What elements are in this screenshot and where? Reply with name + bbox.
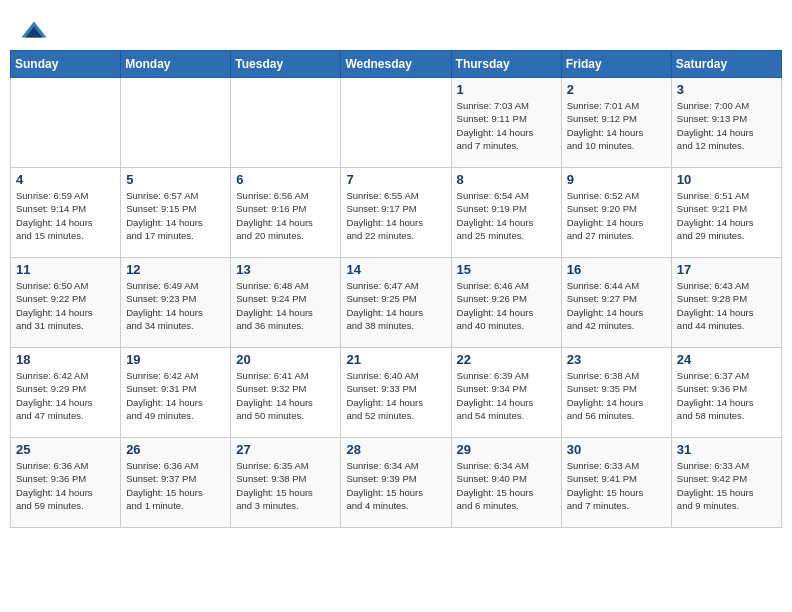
day-number: 12: [126, 262, 225, 277]
day-number: 16: [567, 262, 666, 277]
calendar-cell: 15Sunrise: 6:46 AMSunset: 9:26 PMDayligh…: [451, 258, 561, 348]
calendar-cell: 6Sunrise: 6:56 AMSunset: 9:16 PMDaylight…: [231, 168, 341, 258]
calendar-cell: 2Sunrise: 7:01 AMSunset: 9:12 PMDaylight…: [561, 78, 671, 168]
day-number: 13: [236, 262, 335, 277]
day-info: Sunrise: 6:35 AMSunset: 9:38 PMDaylight:…: [236, 459, 335, 512]
day-info: Sunrise: 6:50 AMSunset: 9:22 PMDaylight:…: [16, 279, 115, 332]
calendar-cell: 7Sunrise: 6:55 AMSunset: 9:17 PMDaylight…: [341, 168, 451, 258]
day-number: 23: [567, 352, 666, 367]
day-number: 25: [16, 442, 115, 457]
col-header-wednesday: Wednesday: [341, 51, 451, 78]
day-info: Sunrise: 6:38 AMSunset: 9:35 PMDaylight:…: [567, 369, 666, 422]
calendar-cell: 19Sunrise: 6:42 AMSunset: 9:31 PMDayligh…: [121, 348, 231, 438]
day-info: Sunrise: 6:55 AMSunset: 9:17 PMDaylight:…: [346, 189, 445, 242]
calendar-cell: [121, 78, 231, 168]
calendar-cell: 4Sunrise: 6:59 AMSunset: 9:14 PMDaylight…: [11, 168, 121, 258]
day-info: Sunrise: 6:48 AMSunset: 9:24 PMDaylight:…: [236, 279, 335, 332]
day-info: Sunrise: 6:33 AMSunset: 9:41 PMDaylight:…: [567, 459, 666, 512]
col-header-sunday: Sunday: [11, 51, 121, 78]
day-info: Sunrise: 6:56 AMSunset: 9:16 PMDaylight:…: [236, 189, 335, 242]
day-info: Sunrise: 6:36 AMSunset: 9:36 PMDaylight:…: [16, 459, 115, 512]
day-number: 29: [457, 442, 556, 457]
calendar-cell: 20Sunrise: 6:41 AMSunset: 9:32 PMDayligh…: [231, 348, 341, 438]
day-number: 6: [236, 172, 335, 187]
calendar-cell: 18Sunrise: 6:42 AMSunset: 9:29 PMDayligh…: [11, 348, 121, 438]
day-number: 24: [677, 352, 776, 367]
day-info: Sunrise: 6:51 AMSunset: 9:21 PMDaylight:…: [677, 189, 776, 242]
day-info: Sunrise: 6:59 AMSunset: 9:14 PMDaylight:…: [16, 189, 115, 242]
day-number: 4: [16, 172, 115, 187]
calendar-cell: 13Sunrise: 6:48 AMSunset: 9:24 PMDayligh…: [231, 258, 341, 348]
day-info: Sunrise: 6:44 AMSunset: 9:27 PMDaylight:…: [567, 279, 666, 332]
calendar-cell: 11Sunrise: 6:50 AMSunset: 9:22 PMDayligh…: [11, 258, 121, 348]
day-number: 27: [236, 442, 335, 457]
day-number: 18: [16, 352, 115, 367]
calendar-cell: 24Sunrise: 6:37 AMSunset: 9:36 PMDayligh…: [671, 348, 781, 438]
calendar-cell: 8Sunrise: 6:54 AMSunset: 9:19 PMDaylight…: [451, 168, 561, 258]
calendar-cell: 27Sunrise: 6:35 AMSunset: 9:38 PMDayligh…: [231, 438, 341, 528]
col-header-saturday: Saturday: [671, 51, 781, 78]
day-number: 15: [457, 262, 556, 277]
calendar-cell: 14Sunrise: 6:47 AMSunset: 9:25 PMDayligh…: [341, 258, 451, 348]
calendar-cell: 1Sunrise: 7:03 AMSunset: 9:11 PMDaylight…: [451, 78, 561, 168]
col-header-tuesday: Tuesday: [231, 51, 341, 78]
logo-icon: [20, 18, 48, 46]
calendar-cell: 22Sunrise: 6:39 AMSunset: 9:34 PMDayligh…: [451, 348, 561, 438]
day-number: 20: [236, 352, 335, 367]
day-info: Sunrise: 6:43 AMSunset: 9:28 PMDaylight:…: [677, 279, 776, 332]
day-info: Sunrise: 6:34 AMSunset: 9:40 PMDaylight:…: [457, 459, 556, 512]
day-info: Sunrise: 6:36 AMSunset: 9:37 PMDaylight:…: [126, 459, 225, 512]
day-number: 31: [677, 442, 776, 457]
calendar-cell: 29Sunrise: 6:34 AMSunset: 9:40 PMDayligh…: [451, 438, 561, 528]
calendar-cell: 25Sunrise: 6:36 AMSunset: 9:36 PMDayligh…: [11, 438, 121, 528]
day-info: Sunrise: 6:37 AMSunset: 9:36 PMDaylight:…: [677, 369, 776, 422]
calendar-cell: 26Sunrise: 6:36 AMSunset: 9:37 PMDayligh…: [121, 438, 231, 528]
col-header-thursday: Thursday: [451, 51, 561, 78]
day-number: 3: [677, 82, 776, 97]
day-info: Sunrise: 6:52 AMSunset: 9:20 PMDaylight:…: [567, 189, 666, 242]
day-number: 7: [346, 172, 445, 187]
day-info: Sunrise: 6:41 AMSunset: 9:32 PMDaylight:…: [236, 369, 335, 422]
day-number: 5: [126, 172, 225, 187]
day-number: 10: [677, 172, 776, 187]
day-info: Sunrise: 6:34 AMSunset: 9:39 PMDaylight:…: [346, 459, 445, 512]
day-info: Sunrise: 6:39 AMSunset: 9:34 PMDaylight:…: [457, 369, 556, 422]
day-number: 9: [567, 172, 666, 187]
calendar-cell: 21Sunrise: 6:40 AMSunset: 9:33 PMDayligh…: [341, 348, 451, 438]
day-info: Sunrise: 6:46 AMSunset: 9:26 PMDaylight:…: [457, 279, 556, 332]
day-info: Sunrise: 6:42 AMSunset: 9:29 PMDaylight:…: [16, 369, 115, 422]
calendar-cell: 16Sunrise: 6:44 AMSunset: 9:27 PMDayligh…: [561, 258, 671, 348]
day-info: Sunrise: 6:54 AMSunset: 9:19 PMDaylight:…: [457, 189, 556, 242]
day-info: Sunrise: 7:03 AMSunset: 9:11 PMDaylight:…: [457, 99, 556, 152]
day-info: Sunrise: 6:33 AMSunset: 9:42 PMDaylight:…: [677, 459, 776, 512]
calendar-cell: 9Sunrise: 6:52 AMSunset: 9:20 PMDaylight…: [561, 168, 671, 258]
page-header: [10, 10, 782, 50]
day-info: Sunrise: 7:00 AMSunset: 9:13 PMDaylight:…: [677, 99, 776, 152]
day-number: 2: [567, 82, 666, 97]
day-info: Sunrise: 6:49 AMSunset: 9:23 PMDaylight:…: [126, 279, 225, 332]
day-info: Sunrise: 6:57 AMSunset: 9:15 PMDaylight:…: [126, 189, 225, 242]
calendar-cell: [11, 78, 121, 168]
calendar-cell: 12Sunrise: 6:49 AMSunset: 9:23 PMDayligh…: [121, 258, 231, 348]
day-number: 14: [346, 262, 445, 277]
day-number: 26: [126, 442, 225, 457]
day-info: Sunrise: 7:01 AMSunset: 9:12 PMDaylight:…: [567, 99, 666, 152]
day-number: 21: [346, 352, 445, 367]
day-info: Sunrise: 6:42 AMSunset: 9:31 PMDaylight:…: [126, 369, 225, 422]
day-number: 19: [126, 352, 225, 367]
day-number: 11: [16, 262, 115, 277]
calendar-cell: 31Sunrise: 6:33 AMSunset: 9:42 PMDayligh…: [671, 438, 781, 528]
calendar-cell: 10Sunrise: 6:51 AMSunset: 9:21 PMDayligh…: [671, 168, 781, 258]
day-number: 30: [567, 442, 666, 457]
day-info: Sunrise: 6:40 AMSunset: 9:33 PMDaylight:…: [346, 369, 445, 422]
calendar-cell: 17Sunrise: 6:43 AMSunset: 9:28 PMDayligh…: [671, 258, 781, 348]
col-header-monday: Monday: [121, 51, 231, 78]
calendar-cell: [231, 78, 341, 168]
day-number: 28: [346, 442, 445, 457]
col-header-friday: Friday: [561, 51, 671, 78]
calendar-cell: [341, 78, 451, 168]
calendar-table: SundayMondayTuesdayWednesdayThursdayFrid…: [10, 50, 782, 528]
calendar-cell: 30Sunrise: 6:33 AMSunset: 9:41 PMDayligh…: [561, 438, 671, 528]
calendar-cell: 3Sunrise: 7:00 AMSunset: 9:13 PMDaylight…: [671, 78, 781, 168]
day-info: Sunrise: 6:47 AMSunset: 9:25 PMDaylight:…: [346, 279, 445, 332]
